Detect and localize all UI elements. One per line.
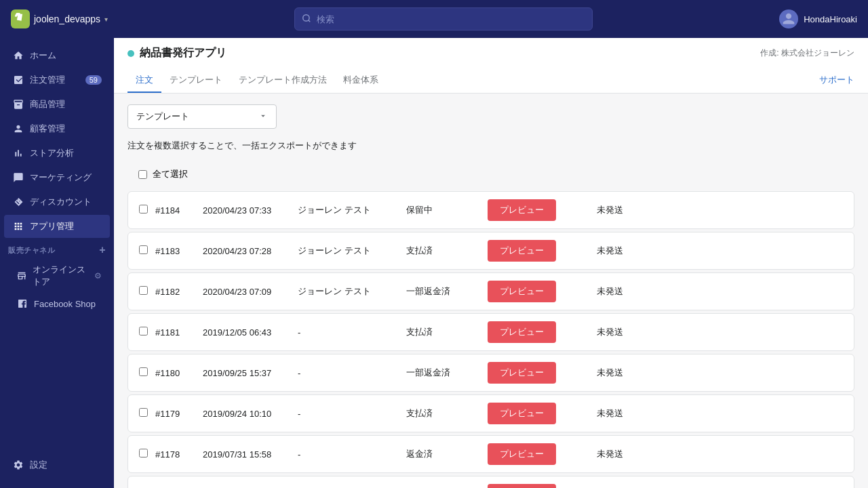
- order-preview: プレビュー: [488, 362, 569, 384]
- sidebar-item-home[interactable]: ホーム: [4, 44, 110, 67]
- order-checkbox[interactable]: [139, 327, 155, 338]
- sidebar-label-online-store: オンラインストア: [33, 264, 89, 288]
- order-send-status: 未発送: [569, 407, 623, 420]
- sidebar-label-customers: 顧客管理: [30, 123, 65, 135]
- preview-button[interactable]: プレビュー: [488, 443, 556, 465]
- order-row: #1182 2020/04/23 07:09 ジョーレン テスト 一部返金済 プ…: [127, 272, 854, 310]
- template-selector[interactable]: テンプレート: [127, 104, 277, 129]
- preview-button[interactable]: プレビュー: [488, 403, 556, 424]
- order-checkbox[interactable]: [139, 449, 155, 460]
- sidebar-item-settings[interactable]: 設定: [4, 453, 110, 476]
- app-title-row: 納品書発行アプリ 作成: 株式会社ジョーレン: [127, 46, 854, 60]
- search-input[interactable]: [317, 14, 585, 24]
- order-status: 支払済: [406, 245, 488, 257]
- search-icon: [302, 14, 311, 25]
- shopify-logo: [11, 9, 30, 28]
- preview-button[interactable]: プレビュー: [488, 240, 556, 262]
- sales-channel-label: 販売チャネル: [8, 245, 55, 256]
- online-store-settings-icon[interactable]: ⚙: [94, 271, 102, 281]
- sidebar-label-settings: 設定: [30, 459, 47, 471]
- tab-template-create[interactable]: テンプレート作成方法: [231, 68, 335, 93]
- sidebar-item-customers[interactable]: 顧客管理: [4, 117, 110, 140]
- tab-support[interactable]: サポート: [819, 68, 854, 93]
- order-send-status: 未発送: [569, 245, 623, 257]
- sidebar-item-discounts[interactable]: ディスカウント: [4, 190, 110, 214]
- order-date: 2020/04/23 07:09: [203, 287, 298, 297]
- order-row: #1180 2019/09/25 15:37 - 一部返金済 プレビュー 未発送: [127, 354, 854, 392]
- customers-icon: [12, 123, 24, 135]
- order-number: #1182: [155, 287, 203, 297]
- online-store-icon: [16, 270, 27, 282]
- orders-list: #1184 2020/04/23 07:33 ジョーレン テスト 保留中 プレビ…: [127, 191, 854, 488]
- order-date: 2020/04/23 07:33: [203, 205, 298, 216]
- preview-button[interactable]: プレビュー: [488, 484, 556, 488]
- order-date: 2020/04/23 07:28: [203, 246, 298, 256]
- order-customer: ジョーレン テスト: [298, 204, 406, 216]
- order-checkbox[interactable]: [139, 408, 155, 419]
- order-send-status: 未発送: [569, 448, 623, 460]
- tab-template[interactable]: テンプレート: [161, 68, 231, 93]
- sidebar-item-analytics[interactable]: ストア分析: [4, 142, 110, 165]
- sidebar-label-orders: 注文管理: [30, 74, 65, 86]
- order-customer: ジョーレン テスト: [298, 285, 406, 298]
- order-number: #1179: [155, 409, 203, 419]
- main-content: 納品書発行アプリ 作成: 株式会社ジョーレン 注文 テンプレート テンプレート作…: [114, 38, 868, 488]
- order-send-status: 未発送: [569, 326, 623, 338]
- order-status: 保留中: [406, 204, 488, 216]
- facebook-icon: [16, 298, 28, 310]
- order-row: #1181 2019/12/05 06:43 - 支払済 プレビュー 未発送: [127, 313, 854, 351]
- order-checkbox[interactable]: [139, 205, 155, 216]
- sidebar-label-discounts: ディスカウント: [30, 196, 92, 208]
- app-title: 納品書発行アプリ: [127, 46, 226, 60]
- app-status-dot: [127, 50, 134, 57]
- order-checkbox[interactable]: [139, 286, 155, 297]
- sidebar-item-facebook-shop[interactable]: Facebook Shop: [4, 293, 110, 314]
- search-bar[interactable]: [294, 7, 593, 30]
- sidebar-item-apps[interactable]: アプリ管理: [4, 215, 110, 238]
- sidebar-label-analytics: ストア分析: [30, 147, 74, 159]
- user-name: HondaHiroaki: [804, 14, 857, 24]
- app-title-text: 納品書発行アプリ: [140, 46, 226, 60]
- sidebar-label-facebook-shop: Facebook Shop: [34, 299, 96, 309]
- preview-button[interactable]: プレビュー: [488, 321, 556, 343]
- order-date: 2019/09/24 10:10: [203, 409, 298, 419]
- sidebar-label-apps: アプリ管理: [30, 220, 74, 232]
- select-all-checkbox[interactable]: [138, 170, 147, 179]
- sidebar-item-marketing[interactable]: マーケティング: [4, 166, 110, 189]
- preview-button[interactable]: プレビュー: [488, 362, 556, 384]
- sidebar-bottom: 設定: [0, 447, 114, 483]
- orders-badge: 59: [85, 75, 102, 85]
- order-preview: プレビュー: [488, 281, 569, 302]
- sidebar-item-online-store[interactable]: オンラインストア ⚙: [4, 260, 110, 292]
- order-preview: プレビュー: [488, 403, 569, 424]
- order-customer: ジョーレン テスト: [298, 245, 406, 257]
- products-icon: [12, 98, 24, 110]
- add-channel-button[interactable]: +: [99, 244, 106, 256]
- order-customer: -: [298, 327, 406, 338]
- sidebar-label-marketing: マーケティング: [30, 171, 92, 184]
- top-navigation: joolen_devapps ▾ HondaHiroaki: [0, 0, 868, 38]
- order-status: 支払済: [406, 326, 488, 338]
- tab-pricing[interactable]: 料金体系: [335, 68, 387, 93]
- order-status: 支払済: [406, 407, 488, 420]
- preview-button[interactable]: プレビュー: [488, 199, 556, 221]
- order-date: 2019/07/31 15:58: [203, 449, 298, 460]
- sidebar-item-products[interactable]: 商品管理: [4, 93, 110, 116]
- order-number: #1180: [155, 368, 203, 378]
- template-selector-label: テンプレート: [136, 110, 189, 123]
- sidebar: ホーム 注文管理 59 商品管理 顧客管理 ストア分析: [0, 38, 114, 488]
- order-preview: プレビュー: [488, 240, 569, 262]
- home-icon: [12, 49, 24, 62]
- preview-button[interactable]: プレビュー: [488, 281, 556, 302]
- sales-channel-section: 販売チャネル +: [0, 239, 114, 259]
- order-number: #1181: [155, 327, 203, 338]
- app-creator: 作成: 株式会社ジョーレン: [760, 47, 854, 59]
- discounts-icon: [12, 196, 24, 208]
- order-checkbox[interactable]: [139, 245, 155, 256]
- chevron-down-icon[interactable]: ▾: [104, 16, 108, 23]
- sidebar-label-home: ホーム: [30, 49, 56, 62]
- sidebar-item-orders[interactable]: 注文管理 59: [4, 68, 110, 92]
- order-checkbox[interactable]: [139, 367, 155, 378]
- order-number: #1184: [155, 205, 203, 216]
- tab-orders[interactable]: 注文: [127, 68, 161, 93]
